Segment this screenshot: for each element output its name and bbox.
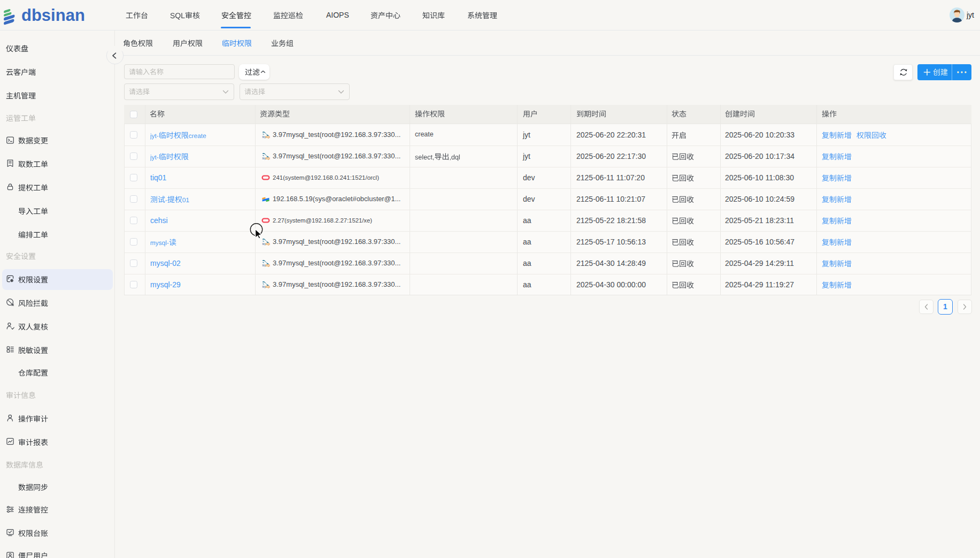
svg-text:SQL: SQL: [266, 286, 271, 288]
svg-text:SQL: SQL: [266, 157, 271, 160]
svg-text:SQL: SQL: [266, 243, 271, 246]
svg-text:SQL: SQL: [266, 136, 271, 139]
svg-text:SQL: SQL: [266, 264, 271, 267]
